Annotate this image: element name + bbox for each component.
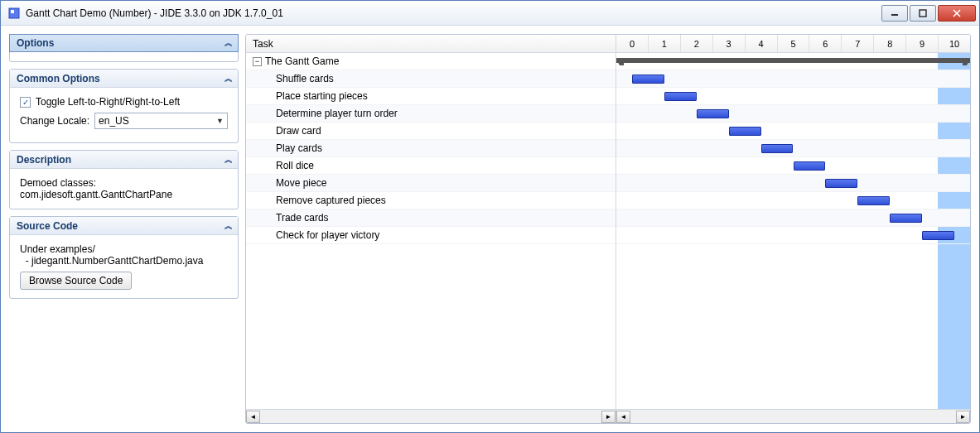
timeline-tick: 10 <box>939 35 970 52</box>
timeline-tick: 0 <box>616 35 649 52</box>
source-path-item: - jidegantt.NumberGanttChartDemo.java <box>20 255 228 267</box>
task-row[interactable]: Place starting pieces <box>246 88 616 105</box>
collapse-icon: ︽ <box>224 154 231 166</box>
chart-hscrollbar[interactable]: ◄ ► <box>616 409 970 423</box>
scroll-left-icon[interactable]: ◄ <box>616 411 630 423</box>
chart-row <box>616 157 970 175</box>
timeline-tick: 4 <box>746 35 778 52</box>
task-list[interactable]: −The Gantt GameShuffle cardsPlace starti… <box>246 53 616 409</box>
task-row[interactable]: −The Gantt Game <box>246 53 616 70</box>
gantt-summary-bar[interactable] <box>616 58 970 63</box>
source-code-body: Under examples/ - jidegantt.NumberGanttC… <box>10 235 238 298</box>
scroll-right-icon[interactable]: ► <box>601 411 616 423</box>
sidebar: Options ︽ Common Options ︽ ✓ Toggle Left… <box>9 34 239 424</box>
common-options-panel: Common Options ︽ ✓ Toggle Left-to-Right/… <box>9 69 239 143</box>
task-row[interactable]: Shuffle cards <box>246 70 616 88</box>
timeline-tick: 2 <box>681 35 713 52</box>
chart-rows <box>616 53 970 409</box>
toggle-ltr-checkbox[interactable]: ✓ <box>20 97 31 108</box>
task-name: The Gantt Game <box>265 55 339 67</box>
task-row[interactable]: Check for player victory <box>246 227 616 244</box>
description-header[interactable]: Description ︽ <box>10 151 238 169</box>
timeline-tick: 7 <box>842 35 874 52</box>
task-row[interactable]: Determine player turn order <box>246 105 616 123</box>
panel-title: Source Code <box>17 220 78 232</box>
options-panel: Options ︽ <box>9 34 239 62</box>
task-hscrollbar[interactable]: ◄ ► <box>246 409 616 423</box>
timeline-tick: 6 <box>809 35 842 52</box>
collapse-icon: ︽ <box>224 73 231 84</box>
task-row[interactable]: Trade cards <box>246 209 616 227</box>
common-options-body: ✓ Toggle Left-to-Right/Right-to-Left Cha… <box>10 88 238 142</box>
demoed-classes-value: com.jidesoft.gantt.GanttChartPane <box>20 189 228 200</box>
toggle-ltr-label: Toggle Left-to-Right/Right-to-Left <box>36 96 180 108</box>
source-code-header[interactable]: Source Code ︽ <box>10 217 238 235</box>
svg-rect-3 <box>920 10 926 17</box>
chart-row <box>616 192 970 209</box>
gantt-task-bar[interactable] <box>632 75 664 84</box>
task-name: Roll dice <box>276 160 314 171</box>
task-name: Place starting pieces <box>276 90 368 102</box>
task-column-header[interactable]: Task <box>246 35 616 53</box>
task-name: Remove captured pieces <box>276 195 386 206</box>
gantt-task-bar[interactable] <box>794 161 826 171</box>
chart-row <box>616 140 970 157</box>
close-button[interactable] <box>938 5 976 22</box>
scroll-left-icon[interactable]: ◄ <box>246 411 260 423</box>
demoed-classes-label: Demoed classes: <box>20 177 228 189</box>
panel-title: Common Options <box>17 73 100 84</box>
collapse-icon: ︽ <box>224 37 231 49</box>
tree-collapse-icon[interactable]: − <box>253 57 262 66</box>
titlebar[interactable]: Gantt Chart Demo (Number) - JIDE 3.3.0 o… <box>1 1 979 26</box>
source-path-label: Under examples/ <box>20 243 228 255</box>
gantt-task-bar[interactable] <box>664 92 697 101</box>
gantt-task-bar[interactable] <box>729 127 761 136</box>
app-icon <box>7 7 21 20</box>
timeline-header[interactable]: 012345678910 <box>616 35 970 53</box>
gantt-task-bar[interactable] <box>857 196 890 205</box>
window-title: Gantt Chart Demo (Number) - JIDE 3.3.0 o… <box>26 7 880 19</box>
content-area: Options ︽ Common Options ︽ ✓ Toggle Left… <box>1 26 979 432</box>
task-row[interactable]: Move piece <box>246 175 616 192</box>
chart-row <box>616 123 970 140</box>
timeline-tick: 3 <box>713 35 746 52</box>
options-panel-header[interactable]: Options ︽ <box>9 34 239 52</box>
task-name: Draw card <box>276 125 321 137</box>
task-row[interactable]: Draw card <box>246 123 616 140</box>
chart-row <box>616 105 970 123</box>
dropdown-icon: ▼ <box>216 117 224 125</box>
timeline-tick: 8 <box>874 35 906 52</box>
gantt-task-bar[interactable] <box>922 231 954 240</box>
task-name: Check for player victory <box>276 229 379 241</box>
description-panel: Description ︽ Demoed classes: com.jideso… <box>9 150 239 209</box>
chart-row <box>616 53 970 70</box>
task-row[interactable]: Roll dice <box>246 157 616 175</box>
task-row[interactable]: Play cards <box>246 140 616 157</box>
window-controls <box>880 5 976 22</box>
browse-source-button[interactable]: Browse Source Code <box>20 272 132 290</box>
chart-row <box>616 70 970 88</box>
maximize-button[interactable] <box>910 5 936 22</box>
gantt-task-bar[interactable] <box>761 144 794 153</box>
scroll-right-icon[interactable]: ► <box>956 411 970 423</box>
source-code-panel: Source Code ︽ Under examples/ - jidegant… <box>9 216 239 299</box>
gantt-task-bar[interactable] <box>890 214 922 223</box>
timeline-tick: 5 <box>778 35 810 52</box>
chart-row <box>616 88 970 105</box>
task-header-label: Task <box>253 38 273 50</box>
description-body: Demoed classes: com.jidesoft.gantt.Gantt… <box>10 169 238 209</box>
task-name: Determine player turn order <box>276 108 398 119</box>
chart-row <box>616 227 970 244</box>
locale-combobox[interactable]: en_US ▼ <box>94 113 228 129</box>
task-row[interactable]: Remove captured pieces <box>246 192 616 209</box>
common-options-header[interactable]: Common Options ︽ <box>10 70 238 88</box>
panel-title: Options <box>17 37 54 49</box>
locale-label: Change Locale: <box>20 115 89 127</box>
app-window: Gantt Chart Demo (Number) - JIDE 3.3.0 o… <box>0 0 980 433</box>
gantt-task-bar[interactable] <box>825 179 857 188</box>
gantt-task-bar[interactable] <box>697 109 729 118</box>
task-column: Task −The Gantt GameShuffle cardsPlace s… <box>246 35 616 423</box>
chart-body[interactable] <box>616 53 970 409</box>
minimize-button[interactable] <box>881 5 908 22</box>
chart-row <box>616 175 970 192</box>
